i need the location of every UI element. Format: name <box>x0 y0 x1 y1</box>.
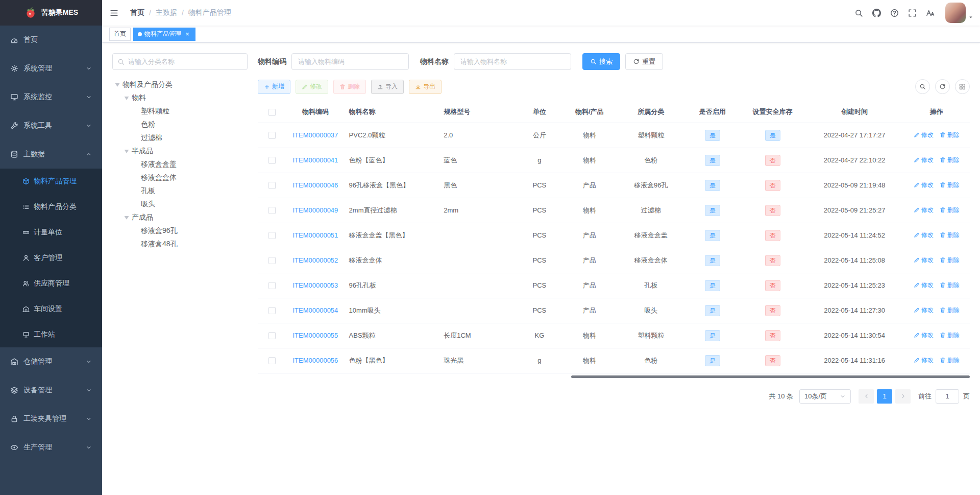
sidebar-item-workstation[interactable]: 工作站 <box>0 322 102 347</box>
row-edit-button[interactable]: 修改 <box>914 281 934 290</box>
material-code-link[interactable]: ITEM00000052 <box>292 256 338 264</box>
material-code-link[interactable]: ITEM00000049 <box>292 206 338 214</box>
row-checkbox[interactable] <box>268 307 276 314</box>
row-checkbox[interactable] <box>268 357 276 364</box>
user-menu[interactable] <box>945 3 974 23</box>
tree-node[interactable]: 塑料颗粒 <box>112 105 248 118</box>
table-search-toggle-button[interactable] <box>915 79 930 94</box>
sidebar-item-tooling-fixture-management[interactable]: 工装夹具管理 <box>0 405 102 433</box>
tree-expand-icon[interactable] <box>112 80 122 90</box>
tree-node[interactable]: 物料 <box>112 91 248 105</box>
material-name-input[interactable] <box>454 53 571 70</box>
row-edit-button[interactable]: 修改 <box>914 306 934 315</box>
material-code-input[interactable] <box>291 53 409 70</box>
sidebar-item-supplier-management[interactable]: 供应商管理 <box>0 271 102 296</box>
breadcrumb-item[interactable]: 主数据 <box>156 8 177 17</box>
tree-expand-icon[interactable] <box>121 213 132 223</box>
page-size-select[interactable]: 10条/页 <box>799 389 851 404</box>
tree-node[interactable]: 半成品 <box>112 145 248 158</box>
material-code-link[interactable]: ITEM00000053 <box>292 281 338 289</box>
tree-node[interactable]: 移液盒盒体 <box>112 171 248 184</box>
scrollbar-thumb[interactable] <box>571 375 970 378</box>
material-code-link[interactable]: ITEM00000046 <box>292 181 338 189</box>
category-search-input[interactable] <box>112 53 248 70</box>
row-checkbox[interactable] <box>268 232 276 239</box>
row-delete-button[interactable]: 删除 <box>940 206 960 215</box>
material-code-link[interactable]: ITEM00000041 <box>292 156 338 164</box>
import-button[interactable]: 导入 <box>371 80 404 94</box>
breadcrumb-item[interactable]: 首页 <box>130 8 144 17</box>
tree-node[interactable]: 过滤棉 <box>112 131 248 145</box>
material-code-link[interactable]: ITEM00000051 <box>292 231 338 239</box>
tree-expand-icon[interactable] <box>121 93 132 103</box>
tree-node[interactable]: 移液盒96孔 <box>112 224 248 238</box>
table-refresh-button[interactable] <box>935 79 950 94</box>
row-delete-button[interactable]: 删除 <box>940 181 960 190</box>
page-1-button[interactable]: 1 <box>877 389 892 404</box>
material-code-link[interactable]: ITEM00000037 <box>292 131 338 139</box>
sidebar-item-material-product-category[interactable]: 物料产品分类 <box>0 194 102 220</box>
row-edit-button[interactable]: 修改 <box>914 256 934 265</box>
export-button[interactable]: 导出 <box>409 80 442 94</box>
docs-help-button[interactable] <box>886 0 903 26</box>
select-all-checkbox[interactable] <box>268 109 276 116</box>
row-edit-button[interactable]: 修改 <box>914 181 934 190</box>
tree-node[interactable]: 吸头 <box>112 198 248 211</box>
row-edit-button[interactable]: 修改 <box>914 331 934 340</box>
sidebar-item-home[interactable]: 首页 <box>0 26 102 54</box>
reset-button[interactable]: 重置 <box>625 53 663 70</box>
sidebar-item-material-product-management[interactable]: 物料产品管理 <box>0 169 102 194</box>
search-button[interactable]: 搜索 <box>582 53 620 70</box>
edit-button[interactable]: 修改 <box>296 80 328 94</box>
row-checkbox[interactable] <box>268 332 276 339</box>
goto-page-input[interactable] <box>936 389 959 404</box>
row-delete-button[interactable]: 删除 <box>940 131 960 139</box>
tree-node[interactable]: 产成品 <box>112 211 248 224</box>
sidebar-item-workshop-settings[interactable]: 车间设置 <box>0 296 102 322</box>
tree-node[interactable]: 物料及产品分类 <box>112 78 248 91</box>
row-delete-button[interactable]: 删除 <box>940 331 960 340</box>
row-edit-button[interactable]: 修改 <box>914 356 934 365</box>
app-logo[interactable]: 苦糖果MES <box>0 0 102 26</box>
sidebar-item-measure-unit[interactable]: 计量单位 <box>0 220 102 245</box>
tree-node[interactable]: 孔板 <box>112 184 248 198</box>
sidebar-item-system-tools[interactable]: 系统工具 <box>0 111 102 140</box>
next-page-button[interactable] <box>895 389 911 404</box>
tree-expand-icon[interactable] <box>121 146 132 156</box>
row-checkbox[interactable] <box>268 282 276 289</box>
add-button[interactable]: 新增 <box>258 80 290 94</box>
sidebar-item-customer-management[interactable]: 客户管理 <box>0 245 102 271</box>
row-edit-button[interactable]: 修改 <box>914 156 934 164</box>
view-tab[interactable]: 物料产品管理× <box>133 28 195 41</box>
horizontal-scrollbar[interactable] <box>258 375 970 379</box>
row-edit-button[interactable]: 修改 <box>914 231 934 240</box>
row-delete-button[interactable]: 删除 <box>940 256 960 265</box>
material-code-link[interactable]: ITEM00000055 <box>292 332 338 339</box>
github-button[interactable] <box>868 0 886 26</box>
delete-button[interactable]: 删除 <box>333 80 366 94</box>
sidebar-toggle-button[interactable] <box>102 0 126 26</box>
view-tab[interactable]: 首页 <box>109 28 131 41</box>
row-delete-button[interactable]: 删除 <box>940 356 960 365</box>
tree-node[interactable]: 色粉 <box>112 118 248 131</box>
material-code-link[interactable]: ITEM00000054 <box>292 307 338 314</box>
row-delete-button[interactable]: 删除 <box>940 231 960 240</box>
prev-page-button[interactable] <box>859 389 874 404</box>
tree-node[interactable]: 移液盒盒盖 <box>112 158 248 171</box>
sidebar-item-warehouse-management[interactable]: 仓储管理 <box>0 347 102 376</box>
row-delete-button[interactable]: 删除 <box>940 306 960 315</box>
font-size-button[interactable] <box>921 0 939 26</box>
row-checkbox[interactable] <box>268 257 276 264</box>
table-columns-button[interactable] <box>955 79 970 94</box>
material-code-link[interactable]: ITEM00000056 <box>292 357 338 364</box>
header-search-button[interactable] <box>850 0 868 26</box>
sidebar-item-master-data[interactable]: 主数据 <box>0 140 102 169</box>
row-checkbox[interactable] <box>268 157 276 164</box>
tab-close-icon[interactable]: × <box>184 31 191 38</box>
tree-node[interactable]: 移液盒48孔 <box>112 238 248 251</box>
sidebar-item-system-monitoring[interactable]: 系统监控 <box>0 83 102 111</box>
row-checkbox[interactable] <box>268 207 276 214</box>
row-delete-button[interactable]: 删除 <box>940 281 960 290</box>
sidebar-item-system-management[interactable]: 系统管理 <box>0 54 102 83</box>
row-edit-button[interactable]: 修改 <box>914 206 934 215</box>
